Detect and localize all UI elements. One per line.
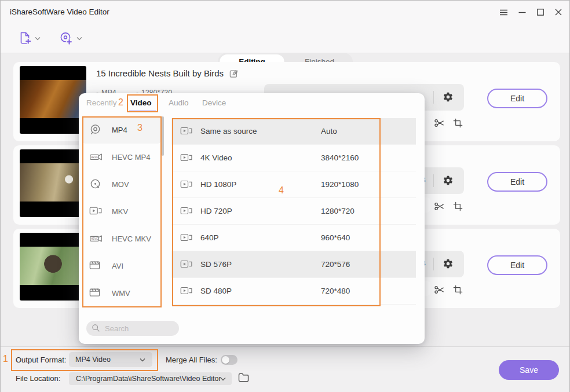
format-list-item-hevc-mkv[interactable]: HEVC HEVC MKV: [82, 225, 161, 252]
format-list-item-mkv[interactable]: MKV: [82, 198, 161, 225]
video-title: 15 Incredible Nests Built by Birds: [96, 68, 224, 78]
sidebar-scrollbar-thumb[interactable]: [162, 116, 164, 156]
video-camera-icon: [89, 205, 103, 217]
bottom-bar: Output Format: MP4 Video Merge All Files…: [1, 346, 569, 392]
preset-row-640p[interactable]: 640P 960*640: [171, 225, 416, 251]
clapperboard-icon: [89, 287, 101, 298]
menu-icon[interactable]: [496, 5, 511, 19]
chevron-down-icon: [76, 36, 82, 41]
file-location-value: C:\ProgramData\iShareSoftware\Video Edit…: [76, 375, 221, 383]
annotation-number-3: 3: [137, 123, 142, 133]
svg-text:HEVC: HEVC: [91, 156, 98, 159]
add-disc-icon: [59, 31, 74, 46]
preset-resolution: 960*640: [321, 233, 350, 242]
preset-row-720p[interactable]: HD 720P 1280*720: [171, 198, 416, 225]
format-picker-popup: Recently Video Audio Device MP4 HEVC HEV…: [79, 93, 425, 344]
popup-tab-device[interactable]: Device: [202, 98, 226, 107]
chevron-down-icon: [35, 36, 41, 41]
toggle-knob: [222, 356, 229, 364]
title-bar: iShareSoftWare Video Editor: [1, 1, 569, 24]
search-input[interactable]: [104, 323, 174, 335]
popup-tab-recently[interactable]: Recently: [86, 98, 117, 107]
merge-all-files-label: Merge All Files:: [166, 356, 217, 364]
video-thumbnail[interactable]: [20, 149, 86, 217]
format-label: AVI: [112, 262, 123, 270]
output-format-dropdown[interactable]: MP4 Video: [69, 352, 152, 367]
video-camera-icon: [180, 152, 193, 163]
popup-tab-video[interactable]: Video: [130, 98, 152, 107]
preset-resolution: Auto: [321, 127, 337, 135]
trim-scissors-icon[interactable]: [434, 201, 445, 212]
video-camera-icon: [180, 232, 193, 243]
video-camera-icon: [180, 179, 193, 189]
close-icon[interactable]: [551, 5, 566, 19]
video-camera-icon: [180, 285, 193, 296]
format-list-item-mov[interactable]: MOV: [82, 171, 161, 198]
format-label: MOV: [112, 180, 129, 189]
preset-name: HD 1080P: [200, 180, 236, 189]
chevron-down-icon: [220, 377, 226, 381]
format-list-item-avi[interactable]: AVI: [82, 252, 161, 280]
annotation-number-4: 4: [279, 185, 284, 196]
crop-icon[interactable]: [453, 285, 463, 295]
rename-icon[interactable]: [229, 69, 239, 78]
gear-icon[interactable]: [443, 91, 454, 102]
minimize-icon[interactable]: [514, 5, 529, 19]
output-format-label: Output Format:: [16, 356, 66, 364]
save-button[interactable]: Save: [499, 360, 559, 380]
merge-toggle[interactable]: [221, 355, 237, 365]
search-icon: [92, 324, 101, 333]
video-camera-icon: [180, 259, 193, 269]
hevc-badge-icon: HEVC: [89, 151, 103, 163]
trim-scissors-icon[interactable]: [434, 284, 445, 295]
video-thumbnail[interactable]: [20, 233, 86, 301]
app-window: iShareSoftWare Video Editor: [0, 0, 570, 392]
clapperboard-icon: [89, 259, 101, 271]
file-location-dropdown[interactable]: C:\ProgramData\iShareSoftware\Video Edit…: [69, 372, 232, 385]
preset-row-same-as-source[interactable]: Same as source Auto: [171, 118, 416, 145]
preset-resolution: 720*480: [321, 287, 350, 295]
preset-resolution: 1920*1080: [321, 180, 359, 189]
format-list-item-mp4[interactable]: MP4: [82, 116, 161, 144]
annotation-number-2: 2: [118, 97, 123, 108]
crop-icon[interactable]: [453, 118, 463, 128]
preset-name: SD 480P: [200, 287, 232, 295]
add-disc-button[interactable]: [59, 31, 82, 46]
format-label: HEVC MKV: [112, 235, 151, 243]
format-label: WMV: [112, 289, 130, 298]
edit-button[interactable]: Edit: [487, 89, 547, 108]
preset-name: SD 576P: [200, 260, 232, 269]
disc-dot-icon: [89, 178, 101, 190]
open-folder-icon[interactable]: [238, 373, 249, 382]
maximize-icon[interactable]: [533, 5, 548, 19]
video-camera-icon: [180, 126, 193, 136]
video-camera-icon: [180, 206, 193, 216]
chevron-down-icon: [140, 358, 145, 362]
format-list-item-wmv[interactable]: WMV: [82, 280, 161, 307]
disc-icon: [89, 123, 101, 136]
svg-text:HEVC: HEVC: [91, 237, 98, 240]
preset-row-4k[interactable]: 4K Video 3840*2160: [171, 145, 416, 171]
popup-tab-audio[interactable]: Audio: [169, 98, 189, 107]
preset-resolution: 1280*720: [321, 207, 355, 215]
active-tab-underline: [129, 111, 156, 112]
format-label: MKV: [112, 207, 128, 216]
preset-name: 4K Video: [200, 153, 232, 162]
gear-icon[interactable]: [443, 175, 454, 186]
video-thumbnail[interactable]: [20, 66, 86, 134]
crop-icon[interactable]: [453, 202, 463, 211]
add-file-icon: [17, 31, 32, 46]
format-label: MP4: [112, 126, 127, 134]
preset-row-576p[interactable]: SD 576P 720*576: [171, 251, 416, 278]
preset-name: Same as source: [200, 127, 257, 135]
trim-scissors-icon[interactable]: [434, 118, 445, 129]
preset-row-480p[interactable]: SD 480P 720*480: [171, 278, 416, 305]
edit-button[interactable]: Edit: [487, 172, 547, 192]
add-file-button[interactable]: [17, 31, 41, 46]
preset-row-1080p[interactable]: HD 1080P 1920*1080: [171, 171, 416, 198]
format-list-item-hevc-mp4[interactable]: HEVC HEVC MP4: [82, 144, 161, 171]
hevc-badge-icon: HEVC: [89, 232, 103, 245]
gear-icon[interactable]: [443, 258, 454, 269]
edit-button[interactable]: Edit: [487, 255, 547, 275]
preset-name: 640P: [200, 233, 219, 242]
